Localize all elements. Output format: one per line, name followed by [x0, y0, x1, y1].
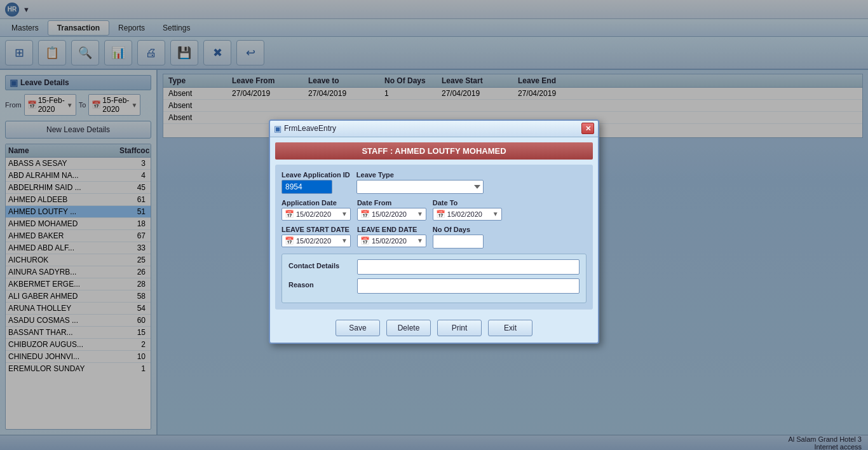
- exit-button[interactable]: Exit: [488, 320, 532, 336]
- modal-title-bar: ▣ FrmLeaveEntry ✕: [270, 121, 598, 137]
- application-date-input[interactable]: 📅 ▼: [281, 208, 351, 221]
- form-row-1: Leave Application ID Leave Type Annual L…: [281, 171, 587, 194]
- contact-details-label: Contact Details: [288, 259, 352, 269]
- modal-close-button[interactable]: ✕: [581, 123, 594, 134]
- date-to-value[interactable]: [447, 210, 491, 218]
- app-date-value[interactable]: [296, 210, 339, 218]
- application-date-label: Application Date: [281, 199, 351, 207]
- start-date-cal-icon: 📅: [285, 236, 294, 245]
- modal-title-icon: ▣: [274, 124, 281, 133]
- print-button[interactable]: Print: [437, 320, 482, 336]
- application-date-field: Application Date 📅 ▼: [281, 199, 351, 221]
- date-from-arrow[interactable]: ▼: [417, 210, 423, 217]
- reason-input[interactable]: [357, 278, 580, 294]
- date-to-input[interactable]: 📅 ▼: [433, 208, 502, 221]
- delete-button[interactable]: Delete: [386, 320, 431, 336]
- date-to-label: Date To: [433, 199, 502, 207]
- modal-staff-name: STAFF : AHMED LOUTFY MOHAMED: [275, 142, 593, 160]
- date-from-label: Date From: [357, 199, 426, 207]
- save-button[interactable]: Save: [336, 320, 380, 336]
- date-from-value[interactable]: [372, 210, 415, 218]
- app-date-cal-icon: 📅: [285, 210, 294, 219]
- contact-section: Contact Details Reason: [281, 254, 587, 303]
- form-row-2: Application Date 📅 ▼ Date From 📅 ▼: [281, 199, 587, 221]
- leave-end-date-field: LEAVE END DATE 📅 ▼: [357, 226, 426, 247]
- leave-type-field: Leave Type Annual Leave Sick Leave Absen…: [356, 171, 484, 194]
- date-to-cal-icon: 📅: [436, 210, 445, 219]
- modal-body: Leave Application ID Leave Type Annual L…: [275, 165, 593, 310]
- no-of-days-field: No Of Days: [433, 226, 484, 249]
- leave-app-id-field: Leave Application ID: [281, 171, 350, 194]
- no-of-days-label: No Of Days: [433, 226, 484, 233]
- leave-app-id-input[interactable]: [281, 180, 332, 194]
- app-date-arrow[interactable]: ▼: [341, 210, 348, 217]
- leave-end-date-input[interactable]: 📅 ▼: [357, 235, 426, 247]
- leave-start-date-field: LEAVE START DATE 📅 ▼: [281, 226, 351, 247]
- date-from-cal-icon: 📅: [360, 210, 370, 219]
- date-from-input[interactable]: 📅 ▼: [357, 208, 426, 221]
- contact-details-input[interactable]: [357, 259, 580, 275]
- date-to-field: Date To 📅 ▼: [433, 199, 502, 221]
- reason-row: Reason: [288, 278, 580, 294]
- date-to-arrow[interactable]: ▼: [492, 210, 499, 217]
- start-date-arrow[interactable]: ▼: [341, 237, 348, 244]
- modal-overlay: ▣ FrmLeaveEntry ✕ STAFF : AHMED LOUTFY M…: [0, 0, 868, 450]
- modal-title-text: FrmLeaveEntry: [284, 124, 581, 133]
- modal-footer: Save Delete Print Exit: [270, 315, 598, 343]
- leave-app-id-label: Leave Application ID: [281, 171, 350, 179]
- leave-start-date-value[interactable]: [296, 237, 339, 245]
- leave-end-date-label: LEAVE END DATE: [357, 226, 426, 233]
- form-row-3: LEAVE START DATE 📅 ▼ LEAVE END DATE 📅 ▼: [281, 226, 587, 249]
- leave-type-label: Leave Type: [356, 171, 484, 179]
- leave-entry-modal: ▣ FrmLeaveEntry ✕ STAFF : AHMED LOUTFY M…: [269, 119, 599, 344]
- contact-details-row: Contact Details: [288, 259, 580, 275]
- reason-label: Reason: [288, 278, 352, 289]
- leave-type-select[interactable]: Annual Leave Sick Leave Absent Emergency: [356, 180, 484, 194]
- no-of-days-input[interactable]: [433, 235, 484, 249]
- leave-start-date-input[interactable]: 📅 ▼: [281, 235, 351, 247]
- end-date-cal-icon: 📅: [360, 236, 370, 245]
- leave-end-date-value[interactable]: [372, 237, 415, 245]
- end-date-arrow[interactable]: ▼: [417, 237, 423, 244]
- leave-start-date-label: LEAVE START DATE: [281, 226, 351, 233]
- date-from-field: Date From 📅 ▼: [357, 199, 426, 221]
